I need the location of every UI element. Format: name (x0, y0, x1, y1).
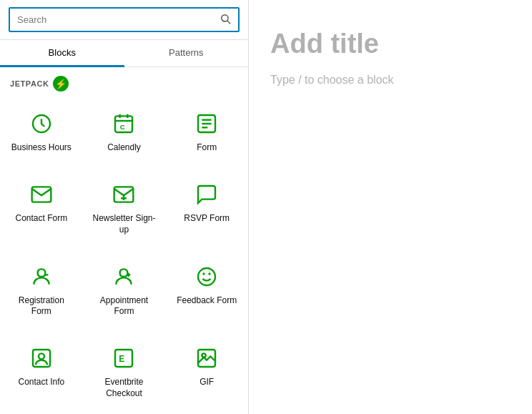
tab-patterns[interactable]: Patterns (124, 40, 249, 67)
svg-point-21 (39, 354, 44, 360)
block-item-calendly[interactable]: C Calendly (84, 99, 164, 167)
appointment-label: Appointment Form (91, 295, 158, 317)
calendly-icon: C (111, 111, 137, 137)
contact-form-icon (29, 182, 54, 207)
editor-title[interactable]: Add title (270, 29, 511, 59)
editor-body-prompt[interactable]: Type / to choose a block (270, 74, 511, 87)
block-item-gif[interactable]: GIF (167, 333, 247, 413)
business-hours-label: Business Hours (11, 142, 72, 154)
jetpack-badge: ⚡ (53, 76, 69, 92)
search-bar (0, 0, 248, 40)
contact-form-label: Contact Form (15, 213, 67, 225)
block-item-appointment[interactable]: Appointment Form (84, 252, 164, 331)
search-icon (220, 13, 231, 24)
svg-text:E: E (119, 355, 125, 365)
block-item-business-hours[interactable]: Business Hours (1, 99, 82, 167)
svg-line-1 (227, 21, 230, 24)
block-item-contact-form[interactable]: Contact Form (1, 169, 82, 249)
contact-info-label: Contact Info (18, 377, 64, 388)
rsvp-label: RSVP Form (184, 213, 230, 225)
form-icon (194, 111, 220, 137)
calendly-label: Calendly (107, 142, 141, 154)
svg-text:C: C (120, 124, 125, 131)
right-panel: Add title Type / to choose a block (249, 0, 532, 414)
search-bar-inner (9, 7, 240, 32)
block-item-registration[interactable]: Registration Form (1, 252, 82, 331)
section-label: JETPACK ⚡ (0, 67, 248, 97)
newsletter-label: Newsletter Sign-up (91, 213, 158, 235)
feedback-icon (194, 264, 220, 290)
block-item-feedback[interactable]: Feedback Form (167, 252, 247, 331)
gif-icon (194, 345, 220, 371)
registration-label: Registration Form (8, 295, 75, 317)
block-item-form[interactable]: Form (167, 99, 247, 167)
section-label-text: JETPACK (10, 79, 49, 88)
search-input[interactable] (17, 14, 220, 25)
feedback-label: Feedback Form (177, 295, 237, 307)
tabs-bar: Blocks Patterns (0, 40, 248, 67)
block-item-contact-info[interactable]: Contact Info (1, 333, 82, 413)
appointment-icon (111, 264, 137, 290)
registration-icon (29, 264, 54, 290)
newsletter-icon (111, 182, 137, 207)
block-item-eventbrite[interactable]: E Eventbrite Checkout (84, 333, 164, 413)
tab-blocks[interactable]: Blocks (0, 40, 124, 67)
svg-point-17 (198, 268, 215, 285)
block-item-rsvp[interactable]: RSVP Form (167, 169, 247, 249)
business-hours-icon (29, 111, 54, 137)
left-panel: Blocks Patterns JETPACK ⚡ Business Hours (0, 0, 249, 414)
form-label: Form (197, 142, 217, 154)
search-button[interactable] (220, 13, 231, 26)
contact-info-icon (29, 345, 54, 371)
rsvp-icon (194, 182, 220, 207)
gif-label: GIF (200, 377, 214, 388)
block-item-newsletter[interactable]: Newsletter Sign-up (84, 169, 164, 249)
eventbrite-icon: E (111, 345, 137, 371)
blocks-grid: Business Hours C Calendly (0, 97, 248, 414)
eventbrite-label: Eventbrite Checkout (91, 377, 158, 399)
